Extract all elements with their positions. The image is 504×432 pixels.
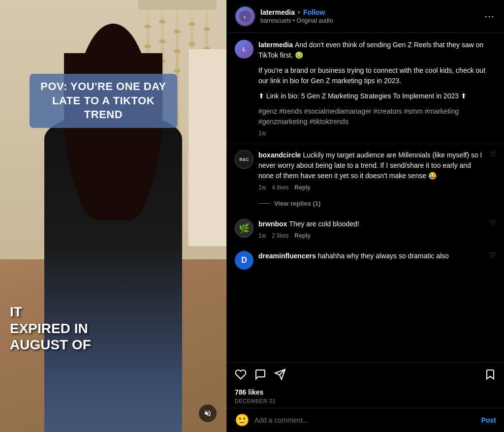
comment-likes-boxandcircle: 4 likes	[272, 184, 288, 191]
comment-body-brwnbox: brwnboxThey are cold blooded! 1w 2 likes…	[258, 219, 485, 239]
comment-text-dreaminfluencers: dreaminfluencershahahha why they always …	[258, 251, 485, 261]
post-date: December 21	[235, 398, 496, 404]
post-comment-button[interactable]: Post	[481, 416, 496, 424]
comment-username-boxandcircle[interactable]: boxandcircle	[258, 151, 301, 159]
comment-input-field[interactable]	[254, 416, 476, 424]
poster-avatar[interactable]: L	[235, 6, 255, 27]
caption-text: latermediaAnd don't even think of sendin…	[258, 40, 496, 61]
poster-username[interactable]: latermedia	[260, 8, 295, 16]
comment-avatar-boxandcircle[interactable]: B&C	[235, 150, 253, 169]
pov-text-overlay: POV: YOU'RE ONE DAY LATE TO A TIKTOK TRE…	[30, 74, 177, 128]
likes-count: 786 likes	[235, 388, 496, 396]
comment-avatar-dreaminfluencers[interactable]: D	[235, 251, 253, 270]
comment-meta-brwnbox: 1w 2 likes Reply	[258, 232, 485, 239]
view-replies-button[interactable]: View replies (1)	[227, 197, 504, 213]
door	[187, 49, 226, 246]
svg-text:L: L	[244, 15, 247, 19]
comment-meta-boxandcircle: 1w 4 likes Reply	[258, 184, 485, 191]
comment-likes-brwnbox: 2 likes	[272, 232, 288, 239]
caption-avatar[interactable]: L	[235, 40, 253, 59]
comment-row-brwnbox: 🌿 brwnboxThey are cold blooded! 1w 2 lik…	[227, 213, 504, 245]
like-button[interactable]	[235, 369, 247, 383]
expired-text-overlay: ITEXPIRED INAUGUST OF	[10, 304, 91, 353]
heart-icon-boxandcircle[interactable]: ♡	[490, 150, 496, 158]
comment-text-boxandcircle: boxandcircleLuckily my target audience a…	[258, 150, 485, 181]
comment-body-dreaminfluencers: dreaminfluencershahahha why they always …	[258, 251, 485, 261]
comment-time-brwnbox: 1w	[258, 232, 266, 239]
view-replies-line	[258, 203, 270, 204]
heart-icon-dreaminfluencers[interactable]: ♡	[490, 251, 496, 259]
caption-hashtags: #genz #trends #socialmediamanager #creat…	[258, 106, 496, 127]
comment-time-boxandcircle: 1w	[258, 184, 266, 191]
more-options-button[interactable]: ⋯	[482, 8, 496, 24]
caption-body-text: If you're a brand or business trying to …	[258, 65, 496, 86]
share-button[interactable]	[274, 369, 286, 383]
comment-username-brwnbox[interactable]: brwnbox	[258, 220, 287, 228]
action-bar: 786 likes December 21	[227, 362, 504, 408]
caption-link-text: ⬆ Link in bio: 5 Gen Z Marketing Strateg…	[258, 91, 496, 101]
caption-username[interactable]: latermedia	[258, 41, 293, 49]
instagram-post-panel: L latermedia • Follow barrescuetv • Orig…	[226, 0, 504, 432]
post-header: L latermedia • Follow barrescuetv • Orig…	[227, 0, 504, 33]
comment-reply-boxandcircle[interactable]: Reply	[294, 184, 311, 191]
person-silhouette	[44, 97, 182, 432]
mute-button[interactable]	[199, 404, 217, 422]
post-subtext: barrescuetv • Original audio	[260, 17, 477, 24]
comment-row-dreaminfluencers: D dreaminfluencershahahha why they alway…	[227, 245, 504, 276]
comment-input-bar: 🙂 Post	[227, 408, 504, 432]
post-caption: L latermediaAnd don't even think of send…	[227, 33, 504, 144]
caption-body: latermediaAnd don't even think of sendin…	[258, 40, 496, 137]
comment-button[interactable]	[254, 369, 266, 383]
comment-reply-brwnbox[interactable]: Reply	[294, 232, 311, 239]
comment-text-brwnbox: brwnboxThey are cold blooded!	[258, 219, 485, 229]
view-replies-label[interactable]: View replies (1)	[274, 200, 320, 207]
caption-meta: 1w	[258, 130, 496, 137]
comment-body-boxandcircle: boxandcircleLuckily my target audience a…	[258, 150, 485, 191]
comment-username-dreaminfluencers[interactable]: dreaminfluencers	[258, 252, 316, 260]
comments-area: L latermediaAnd don't even think of send…	[227, 33, 504, 362]
follow-button[interactable]: Follow	[303, 8, 325, 16]
comment-avatar-brwnbox[interactable]: 🌿	[235, 219, 253, 238]
emoji-button[interactable]: 🙂	[235, 413, 250, 427]
comment-row: B&C boxandcircleLuckily my target audien…	[227, 144, 504, 197]
dot-separator: •	[298, 8, 300, 16]
caption-time: 1w	[258, 130, 266, 137]
bookmark-button[interactable]	[484, 369, 496, 383]
action-icons-row	[235, 369, 496, 383]
poster-info: latermedia • Follow barrescuetv • Origin…	[260, 8, 477, 24]
heart-icon-brwnbox[interactable]: ♡	[490, 219, 496, 227]
video-panel: POV: YOU'RE ONE DAY LATE TO A TIKTOK TRE…	[0, 0, 226, 432]
